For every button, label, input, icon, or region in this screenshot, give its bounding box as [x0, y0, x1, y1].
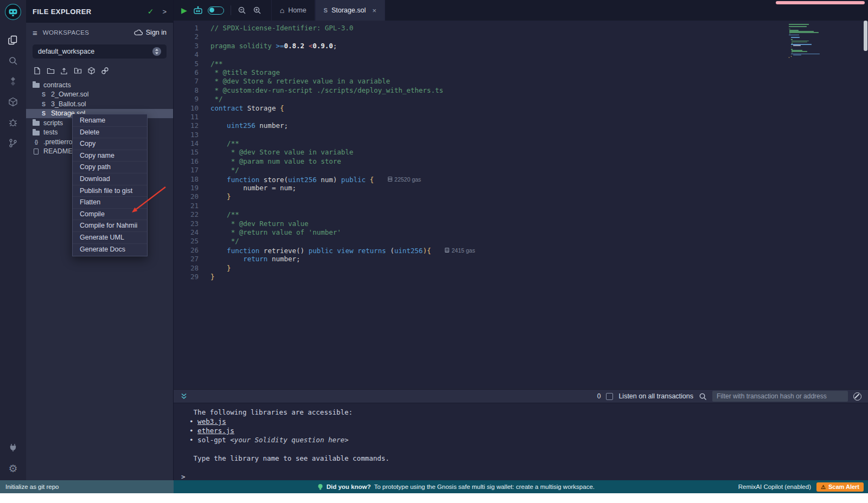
code-line: /**	[210, 60, 868, 68]
line-number: 13	[174, 131, 199, 139]
line-number: 8	[174, 86, 199, 95]
workspace-select-caret-icon[interactable]	[152, 47, 161, 56]
editor-toolbar: ▶ ⌂HomeSStorage.sol×	[174, 0, 868, 21]
code-line: }	[210, 192, 868, 201]
terminal-output[interactable]: The following libraries are accessible: …	[174, 403, 868, 480]
tab-storage-sol[interactable]: SStorage.sol×	[315, 0, 385, 21]
terminal-link[interactable]: ethers.js	[197, 427, 234, 435]
code-editor[interactable]: 1234567891011121314151617181920212223242…	[174, 21, 868, 389]
terminal-link[interactable]: web3.js	[197, 417, 226, 425]
solidity-compiler-icon[interactable]	[7, 75, 20, 88]
line-number: 2	[174, 33, 199, 41]
close-tab-icon[interactable]: ×	[372, 7, 376, 15]
search-transactions-icon[interactable]	[699, 392, 707, 401]
file-name: README.	[43, 147, 74, 155]
search-icon[interactable]	[7, 54, 20, 67]
solidity-file-icon: S	[40, 101, 47, 107]
context-menu-item-publish-file-to-gist[interactable]: Publish file to gist	[73, 185, 147, 197]
tree-item-3-ballot-sol[interactable]: S3_Ballot.sol	[26, 99, 173, 109]
zoom-out-icon[interactable]	[238, 6, 246, 15]
new-folder-icon[interactable]	[46, 66, 55, 75]
code-line: * @custom:dev-run-script ./scripts/deplo…	[210, 86, 868, 95]
code-line: /**	[210, 139, 868, 148]
code-line	[210, 113, 868, 121]
clear-console-icon[interactable]	[853, 392, 861, 401]
ai-copilot-toggle[interactable]	[208, 7, 224, 15]
tree-item-2-owner-sol[interactable]: S2_Owner.sol	[26, 90, 173, 100]
workspaces-label: WORKSPACES	[43, 29, 90, 36]
deploy-run-icon[interactable]	[7, 95, 20, 108]
check-icon[interactable]: ✓	[148, 7, 154, 16]
git-branch-icon[interactable]	[7, 137, 20, 150]
settings-gear-icon[interactable]: ⚙	[7, 462, 20, 475]
terminal-line	[181, 463, 868, 472]
workspace-select[interactable]: default_workspace	[33, 44, 167, 59]
workspaces-menu-icon[interactable]: ≡	[33, 28, 37, 37]
line-number: 18	[174, 175, 199, 184]
context-menu-item-compile-for-nahmii[interactable]: Compile for Nahmii	[73, 220, 147, 232]
code-line: * @title Storage	[210, 68, 868, 77]
file-name: tests	[43, 128, 58, 136]
tree-item-contracts[interactable]: contracts	[26, 80, 173, 90]
did-you-know-text: To prototype using the Gnosis safe multi…	[374, 483, 595, 490]
sign-in-button[interactable]: Sign in	[134, 29, 167, 36]
debugger-icon[interactable]	[7, 116, 20, 129]
context-menu-item-compile[interactable]: Compile	[73, 209, 147, 221]
sign-in-label: Sign in	[146, 29, 167, 36]
context-menu-item-download[interactable]: Download	[73, 173, 147, 185]
context-menu-item-copy[interactable]: Copy	[73, 138, 147, 150]
statusbar-right: RemixAI Copilot (enabled) ⚠ Scam Alert	[738, 482, 868, 492]
browser-scrollbar-thumb[interactable]	[864, 21, 867, 51]
workspace-select-value: default_workspace	[38, 48, 94, 55]
line-number: 28	[174, 264, 199, 273]
context-menu-item-copy-path[interactable]: Copy path	[73, 162, 147, 173]
code-line: // SPDX-License-Identifier: GPL-3.0	[210, 24, 868, 33]
scam-alert-label: Scam Alert	[828, 483, 859, 490]
scam-alert-button[interactable]: ⚠ Scam Alert	[816, 482, 864, 492]
file-explorer-icon[interactable]	[7, 34, 20, 47]
bottom-margin	[0, 493, 868, 503]
folder-icon	[33, 131, 40, 136]
zoom-in-icon[interactable]	[253, 6, 261, 15]
remix-logo[interactable]	[4, 3, 22, 21]
expand-terminal-icon[interactable]	[180, 392, 188, 400]
context-menu-item-generate-docs[interactable]: Generate Docs	[73, 244, 147, 256]
context-menu-item-flatten[interactable]: Flatten	[73, 197, 147, 209]
context-menu-item-generate-uml[interactable]: Generate UML	[73, 232, 147, 244]
code-line	[210, 50, 868, 59]
plugin-manager-icon[interactable]	[7, 441, 20, 454]
tab-home[interactable]: ⌂Home	[271, 0, 315, 21]
new-file-icon[interactable]	[33, 66, 41, 75]
editor-gutter: 1234567891011121314151617181920212223242…	[174, 24, 199, 389]
listen-all-transactions-checkbox[interactable]	[606, 393, 613, 400]
run-script-button[interactable]: ▶	[181, 6, 187, 15]
solidity-icon: S	[324, 7, 328, 14]
remix-ide-window: ⚙ FILE EXPLORER ✓ > ≡ WORKSPACES Sign in…	[0, 0, 868, 503]
line-number: 12	[174, 121, 199, 130]
transaction-filter-input[interactable]	[712, 391, 848, 402]
chevron-right-icon[interactable]: >	[162, 8, 167, 16]
box-import-icon[interactable]	[87, 66, 95, 75]
line-number: 22	[174, 210, 199, 219]
upload-folder-icon[interactable]	[73, 66, 82, 75]
git-init-button[interactable]: Initialize as git repo	[0, 480, 174, 493]
file-name: 3_Ballot.sol	[51, 100, 86, 108]
code-line: * @return value of 'number'	[210, 228, 868, 237]
terminal-line: • ethers.js	[181, 426, 868, 435]
context-menu-item-rename[interactable]: Rename	[73, 115, 147, 127]
line-number: 23	[174, 220, 199, 228]
listen-all-transactions-label: Listen on all transactions	[618, 392, 693, 400]
upload-file-icon[interactable]	[60, 66, 68, 75]
link-import-icon[interactable]	[100, 66, 109, 75]
gas-estimate-badge: 2415 gas	[445, 246, 475, 255]
editor-area: ▶ ⌂HomeSStorage.sol× 1234567891011121314…	[174, 0, 868, 389]
ai-copilot-robot-icon[interactable]	[193, 6, 203, 15]
context-menu-item-copy-name[interactable]: Copy name	[73, 150, 147, 162]
lightbulb-icon	[317, 483, 323, 491]
terminal-line: Type the library name to see available c…	[181, 454, 868, 463]
solidity-file-icon: S	[40, 91, 47, 98]
minimap[interactable]	[789, 24, 820, 58]
file-name: 2_Owner.sol	[51, 91, 88, 98]
line-number: 3	[174, 42, 199, 50]
context-menu-item-delete[interactable]: Delete	[73, 127, 147, 139]
